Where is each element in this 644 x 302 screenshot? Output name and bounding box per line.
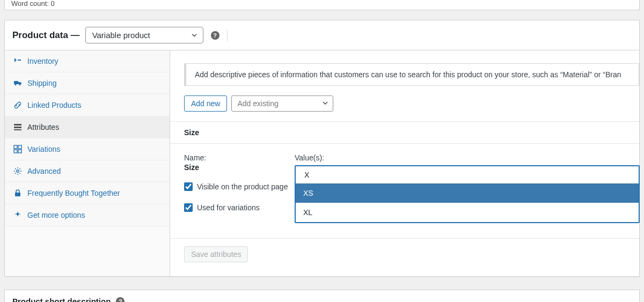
short-description-metabox: Product short description ? [4, 290, 640, 302]
sparkle-icon [13, 211, 22, 219]
tab-shipping[interactable]: Shipping [5, 72, 170, 94]
short-description-title: Product short description [12, 297, 111, 302]
svg-rect-4 [14, 129, 21, 130]
add-new-button[interactable]: Add new [184, 95, 227, 112]
svg-point-0 [15, 84, 17, 86]
name-value: Size [184, 163, 295, 172]
product-type-selected: Variable product [92, 31, 150, 40]
values-label: Value(s): [295, 153, 639, 162]
product-data-body: Inventory Shipping Linked Products Attri… [5, 50, 639, 276]
tab-label: Attributes [27, 123, 59, 131]
tab-linked-products[interactable]: Linked Products [5, 94, 170, 116]
product-type-select[interactable]: Variable product [85, 27, 203, 43]
chevron-down-icon [191, 31, 197, 40]
attribute-size-panel: Size Name: Size Visible on the product p… [170, 121, 639, 276]
svg-point-1 [19, 84, 21, 86]
attribute-right-col: Value(s): X XS XL [295, 153, 639, 223]
used-variations-checkbox[interactable] [184, 203, 193, 212]
word-count-bar: Word count: 0 [4, 0, 640, 10]
tab-label: Frequently Bought Together [27, 189, 120, 197]
used-variations-checkbox-row[interactable]: Used for variations [184, 202, 295, 213]
gear-icon [13, 167, 22, 175]
attribute-left-col: Name: Size Visible on the product page U… [184, 153, 295, 223]
svg-point-9 [17, 170, 19, 172]
product-data-header: Product data — Variable product ? [5, 20, 639, 50]
svg-rect-3 [14, 127, 21, 128]
add-attribute-row: Add new Add existing [184, 95, 639, 112]
attribute-body: Name: Size Visible on the product page U… [170, 144, 639, 239]
visible-label: Visible on the product page [197, 181, 288, 193]
svg-rect-10 [15, 193, 20, 196]
tab-label: Linked Products [27, 101, 81, 109]
tab-label: Shipping [27, 79, 57, 87]
tab-label: Inventory [27, 57, 58, 65]
tab-label: Variations [27, 145, 60, 153]
svg-rect-7 [14, 150, 17, 153]
tab-label: Get more options [27, 211, 85, 219]
svg-rect-5 [14, 145, 17, 149]
truck-icon [13, 79, 22, 87]
product-data-metabox: Product data — Variable product ? Invent… [4, 20, 640, 277]
product-data-title: Product data — [12, 30, 80, 41]
tab-variations[interactable]: Variations [5, 138, 170, 160]
attribute-title[interactable]: Size [170, 122, 639, 144]
visible-checkbox[interactable] [184, 182, 193, 191]
svg-rect-2 [14, 124, 21, 126]
tab-label: Advanced [27, 167, 61, 175]
values-search-input[interactable]: X [296, 166, 639, 183]
value-option-xs[interactable]: XS [296, 183, 639, 203]
list-icon [13, 123, 22, 131]
tab-attributes[interactable]: Attributes [5, 116, 170, 138]
save-attributes-button[interactable]: Save attributes [184, 246, 248, 262]
values-combobox[interactable]: X XS XL [295, 165, 640, 223]
used-variations-label: Used for variations [197, 202, 260, 213]
product-data-tabs: Inventory Shipping Linked Products Attri… [5, 50, 170, 276]
save-row: Save attributes [170, 239, 639, 276]
divider [227, 30, 228, 41]
inventory-icon [13, 57, 22, 65]
tab-frequently-bought-together[interactable]: Frequently Bought Together [5, 182, 170, 204]
tab-inventory[interactable]: Inventory [5, 50, 170, 72]
lock-icon [13, 189, 22, 197]
svg-rect-6 [18, 145, 21, 149]
help-icon[interactable]: ? [116, 297, 125, 303]
visible-checkbox-row[interactable]: Visible on the product page [184, 181, 295, 193]
info-text: Add descriptive pieces of information th… [195, 70, 621, 79]
svg-rect-8 [18, 150, 21, 153]
name-label: Name: [184, 153, 295, 162]
info-banner: Add descriptive pieces of information th… [184, 63, 639, 86]
tab-get-more-options[interactable]: Get more options [5, 204, 170, 226]
short-description-header: Product short description ? [5, 290, 639, 302]
value-option-xl[interactable]: XL [296, 203, 639, 222]
attributes-panel: Add descriptive pieces of information th… [170, 50, 639, 276]
help-icon[interactable]: ? [211, 31, 219, 40]
add-existing-placeholder: Add existing [237, 99, 278, 108]
chevron-down-icon [322, 99, 328, 108]
add-existing-select[interactable]: Add existing [231, 95, 333, 112]
grid-icon [13, 145, 22, 153]
link-icon [13, 101, 22, 109]
tab-advanced[interactable]: Advanced [5, 160, 170, 182]
word-count-label: Word count: 0 [11, 0, 55, 8]
